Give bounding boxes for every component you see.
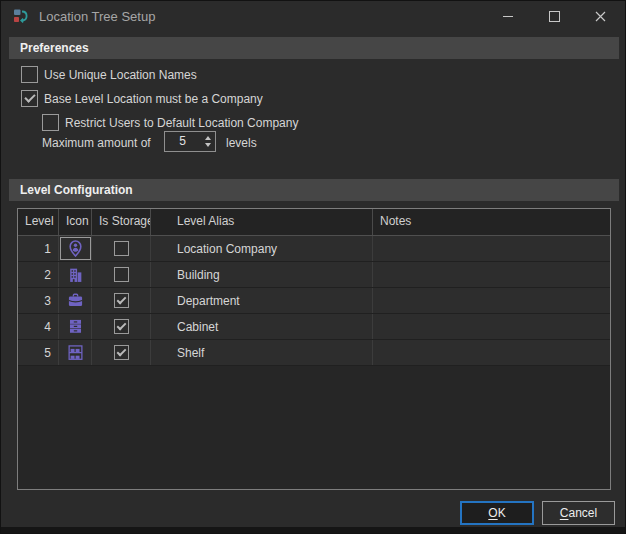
preference-row: Base Level Location must be a Company [21, 90, 298, 107]
checkbox-label: Restrict Users to Default Location Compa… [65, 116, 298, 130]
preference-row: Use Unique Location Names [21, 66, 298, 83]
checkbox-label: Base Level Location must be a Company [44, 92, 263, 106]
preferences-header-label: Preferences [20, 41, 89, 55]
spinner-up-icon[interactable] [205, 136, 211, 140]
preferences-section-header: Preferences [9, 37, 619, 59]
close-button[interactable] [577, 1, 623, 31]
level-alias-cell[interactable]: Shelf [151, 340, 373, 365]
icon-cell[interactable] [59, 262, 92, 287]
minimize-icon [503, 16, 513, 17]
person-location-pin-icon [67, 240, 84, 257]
max-levels-spinner[interactable]: 5 [164, 131, 216, 152]
is-storage-checkbox[interactable] [114, 345, 129, 360]
table-row: 2Building [18, 262, 610, 288]
spinner-down-icon[interactable] [205, 143, 211, 147]
is-storage-cell [92, 262, 151, 287]
notes-cell[interactable] [373, 236, 610, 261]
shelf-rack-icon [67, 344, 84, 361]
table-body: 1Location Company2Building3Department4Ca… [18, 236, 610, 366]
cancel-button[interactable]: Cancel [542, 501, 615, 525]
preferences-checkbox-group: Use Unique Location NamesBase Level Loca… [21, 66, 298, 131]
level-cell[interactable]: 5 [18, 340, 59, 365]
column-header-is-storage[interactable]: Is Storage [92, 209, 151, 235]
column-header-notes[interactable]: Notes [373, 209, 610, 235]
checkbox[interactable] [21, 90, 38, 107]
notes-cell[interactable] [373, 340, 610, 365]
level-cell[interactable]: 4 [18, 314, 59, 339]
window-bottom-edge [1, 527, 625, 533]
icon-cell[interactable] [59, 340, 92, 365]
is-storage-cell [92, 236, 151, 261]
spinner-arrows [200, 132, 215, 151]
level-alias-cell[interactable]: Building [151, 262, 373, 287]
table-header-row: LevelIconIs StorageLevel AliasNotes [18, 209, 610, 236]
is-storage-checkbox[interactable] [114, 241, 129, 256]
titlebar: Location Tree Setup [1, 1, 625, 31]
maximize-button[interactable] [531, 1, 577, 31]
checkbox-label: Use Unique Location Names [44, 68, 197, 82]
is-storage-checkbox[interactable] [114, 267, 129, 282]
preference-row: Restrict Users to Default Location Compa… [42, 114, 298, 131]
checkbox[interactable] [42, 114, 59, 131]
window-title: Location Tree Setup [39, 9, 155, 24]
icon-cell[interactable] [59, 236, 92, 261]
level-configuration-table: LevelIconIs StorageLevel AliasNotes 1Loc… [17, 208, 611, 490]
icon-cell[interactable] [59, 314, 92, 339]
notes-cell[interactable] [373, 314, 610, 339]
max-levels-label-before: Maximum amount of [42, 136, 151, 150]
ok-button[interactable]: OK [460, 501, 534, 525]
is-storage-cell [92, 314, 151, 339]
maximize-icon [549, 11, 560, 22]
is-storage-checkbox[interactable] [114, 293, 129, 308]
table-row: 3Department [18, 288, 610, 314]
level-alias-cell[interactable]: Cabinet [151, 314, 373, 339]
minimize-button[interactable] [485, 1, 531, 31]
close-icon [595, 11, 606, 22]
level-alias-cell[interactable]: Location Company [151, 236, 373, 261]
column-header-level[interactable]: Level [18, 209, 59, 235]
max-levels-value[interactable]: 5 [165, 132, 200, 151]
table-row: 4Cabinet [18, 314, 610, 340]
briefcase-icon [67, 292, 84, 309]
column-header-icon[interactable]: Icon [59, 209, 92, 235]
level-configuration-section-header: Level Configuration [9, 179, 619, 201]
is-storage-cell [92, 288, 151, 313]
level-cell[interactable]: 1 [18, 236, 59, 261]
drawer-cabinet-icon [67, 318, 84, 335]
max-levels-label-after: levels [226, 136, 257, 150]
icon-cell[interactable] [59, 288, 92, 313]
table-row: 1Location Company [18, 236, 610, 262]
is-storage-checkbox[interactable] [114, 319, 129, 334]
column-header-level-alias[interactable]: Level Alias [151, 209, 373, 235]
building-icon [67, 266, 84, 283]
level-configuration-header-label: Level Configuration [20, 183, 133, 197]
window-controls [485, 1, 623, 31]
table-row: 5Shelf [18, 340, 610, 366]
location-tree-setup-dialog: Location Tree Setup Preferences Use Uniq… [0, 0, 626, 534]
level-cell[interactable]: 3 [18, 288, 59, 313]
location-tree-app-icon [13, 8, 29, 24]
level-alias-cell[interactable]: Department [151, 288, 373, 313]
notes-cell[interactable] [373, 288, 610, 313]
checkbox[interactable] [21, 66, 38, 83]
level-cell[interactable]: 2 [18, 262, 59, 287]
notes-cell[interactable] [373, 262, 610, 287]
is-storage-cell [92, 340, 151, 365]
